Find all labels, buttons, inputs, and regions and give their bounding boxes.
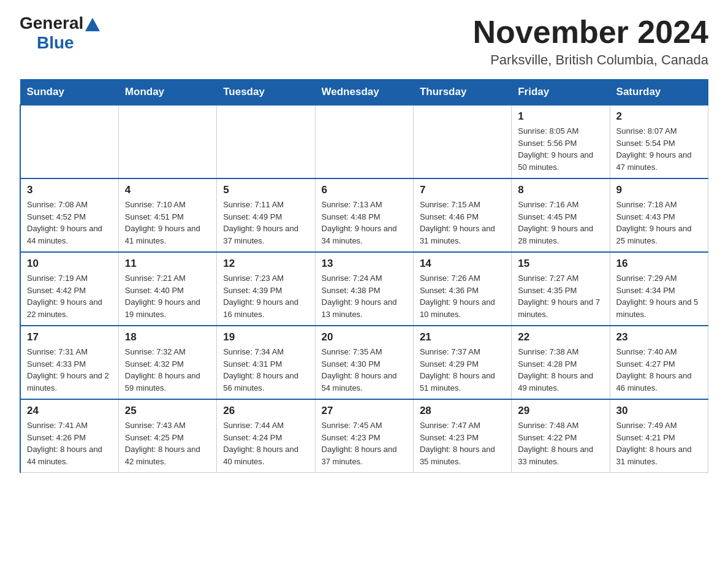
calendar-cell: 20Sunrise: 7:35 AM Sunset: 4:30 PM Dayli… [315, 326, 413, 399]
week-row-3: 10Sunrise: 7:19 AM Sunset: 4:42 PM Dayli… [20, 252, 708, 326]
week-row-5: 24Sunrise: 7:41 AM Sunset: 4:26 PM Dayli… [20, 399, 708, 473]
header-saturday: Saturday [610, 80, 708, 105]
week-row-2: 3Sunrise: 7:08 AM Sunset: 4:52 PM Daylig… [20, 178, 708, 252]
calendar-cell [315, 105, 413, 178]
calendar-cell: 14Sunrise: 7:26 AM Sunset: 4:36 PM Dayli… [413, 252, 511, 326]
calendar-cell: 18Sunrise: 7:32 AM Sunset: 4:32 PM Dayli… [118, 326, 216, 399]
day-info: Sunrise: 7:16 AM Sunset: 4:45 PM Dayligh… [518, 199, 603, 247]
logo: General Blue [20, 15, 100, 53]
day-number: 25 [125, 405, 210, 417]
day-number: 19 [223, 331, 308, 343]
day-info: Sunrise: 7:08 AM Sunset: 4:52 PM Dayligh… [27, 199, 112, 247]
day-number: 9 [616, 184, 702, 196]
day-info: Sunrise: 7:35 AM Sunset: 4:30 PM Dayligh… [322, 346, 407, 394]
calendar-cell: 22Sunrise: 7:38 AM Sunset: 4:28 PM Dayli… [512, 326, 610, 399]
day-number: 20 [322, 331, 407, 343]
day-number: 29 [518, 405, 603, 417]
day-info: Sunrise: 7:26 AM Sunset: 4:36 PM Dayligh… [420, 272, 505, 320]
day-number: 12 [223, 258, 308, 270]
calendar-cell: 4Sunrise: 7:10 AM Sunset: 4:51 PM Daylig… [118, 178, 216, 252]
calendar-cell: 28Sunrise: 7:47 AM Sunset: 4:23 PM Dayli… [413, 399, 511, 473]
calendar-cell: 11Sunrise: 7:21 AM Sunset: 4:40 PM Dayli… [118, 252, 216, 326]
calendar-cell: 9Sunrise: 7:18 AM Sunset: 4:43 PM Daylig… [610, 178, 708, 252]
calendar-cell: 21Sunrise: 7:37 AM Sunset: 4:29 PM Dayli… [413, 326, 511, 399]
day-number: 27 [322, 405, 407, 417]
calendar-cell: 29Sunrise: 7:48 AM Sunset: 4:22 PM Dayli… [512, 399, 610, 473]
calendar-header: SundayMondayTuesdayWednesdayThursdayFrid… [20, 80, 708, 105]
day-number: 17 [27, 331, 112, 343]
calendar-cell: 2Sunrise: 8:07 AM Sunset: 5:54 PM Daylig… [610, 105, 708, 178]
calendar-cell: 6Sunrise: 7:13 AM Sunset: 4:48 PM Daylig… [315, 178, 413, 252]
calendar-cell [217, 105, 315, 178]
day-info: Sunrise: 7:31 AM Sunset: 4:33 PM Dayligh… [27, 346, 112, 394]
day-number: 14 [420, 258, 505, 270]
day-info: Sunrise: 7:29 AM Sunset: 4:34 PM Dayligh… [616, 272, 702, 320]
week-row-1: 1Sunrise: 8:05 AM Sunset: 5:56 PM Daylig… [20, 105, 708, 178]
day-info: Sunrise: 7:32 AM Sunset: 4:32 PM Dayligh… [125, 346, 210, 394]
header-tuesday: Tuesday [217, 80, 315, 105]
header-monday: Monday [118, 80, 216, 105]
day-number: 8 [518, 184, 603, 196]
day-info: Sunrise: 7:49 AM Sunset: 4:21 PM Dayligh… [616, 419, 702, 467]
logo-triangle-icon [85, 18, 100, 31]
calendar-cell: 3Sunrise: 7:08 AM Sunset: 4:52 PM Daylig… [20, 178, 118, 252]
day-number: 6 [322, 184, 407, 196]
day-info: Sunrise: 7:11 AM Sunset: 4:49 PM Dayligh… [223, 199, 308, 247]
day-number: 23 [616, 331, 702, 343]
day-info: Sunrise: 7:41 AM Sunset: 4:26 PM Dayligh… [27, 419, 112, 467]
header-sunday: Sunday [20, 80, 118, 105]
calendar-cell: 7Sunrise: 7:15 AM Sunset: 4:46 PM Daylig… [413, 178, 511, 252]
day-number: 10 [27, 258, 112, 270]
day-info: Sunrise: 7:48 AM Sunset: 4:22 PM Dayligh… [518, 419, 603, 467]
day-info: Sunrise: 7:40 AM Sunset: 4:27 PM Dayligh… [616, 346, 702, 394]
day-info: Sunrise: 7:15 AM Sunset: 4:46 PM Dayligh… [420, 199, 505, 247]
calendar-cell: 10Sunrise: 7:19 AM Sunset: 4:42 PM Dayli… [20, 252, 118, 326]
calendar-cell: 30Sunrise: 7:49 AM Sunset: 4:21 PM Dayli… [610, 399, 708, 473]
calendar-cell: 26Sunrise: 7:44 AM Sunset: 4:24 PM Dayli… [217, 399, 315, 473]
day-number: 1 [518, 110, 603, 123]
calendar-cell: 13Sunrise: 7:24 AM Sunset: 4:38 PM Dayli… [315, 252, 413, 326]
day-number: 5 [223, 184, 308, 196]
day-info: Sunrise: 7:43 AM Sunset: 4:25 PM Dayligh… [125, 419, 210, 467]
calendar-cell: 23Sunrise: 7:40 AM Sunset: 4:27 PM Dayli… [610, 326, 708, 399]
day-number: 3 [27, 184, 112, 196]
calendar-cell: 25Sunrise: 7:43 AM Sunset: 4:25 PM Dayli… [118, 399, 216, 473]
calendar-subtitle: Parksville, British Columbia, Canada [473, 52, 708, 68]
day-info: Sunrise: 7:23 AM Sunset: 4:39 PM Dayligh… [223, 272, 308, 320]
day-info: Sunrise: 7:38 AM Sunset: 4:28 PM Dayligh… [518, 346, 603, 394]
calendar-cell: 17Sunrise: 7:31 AM Sunset: 4:33 PM Dayli… [20, 326, 118, 399]
day-info: Sunrise: 8:05 AM Sunset: 5:56 PM Dayligh… [518, 125, 603, 173]
day-info: Sunrise: 7:18 AM Sunset: 4:43 PM Dayligh… [616, 199, 702, 247]
calendar-body: 1Sunrise: 8:05 AM Sunset: 5:56 PM Daylig… [20, 105, 708, 473]
day-number: 21 [420, 331, 505, 343]
day-number: 22 [518, 331, 603, 343]
day-number: 26 [223, 405, 308, 417]
day-info: Sunrise: 7:21 AM Sunset: 4:40 PM Dayligh… [125, 272, 210, 320]
calendar-cell: 27Sunrise: 7:45 AM Sunset: 4:23 PM Dayli… [315, 399, 413, 473]
day-number: 16 [616, 258, 702, 270]
day-info: Sunrise: 7:24 AM Sunset: 4:38 PM Dayligh… [322, 272, 407, 320]
day-info: Sunrise: 7:10 AM Sunset: 4:51 PM Dayligh… [125, 199, 210, 247]
calendar-cell: 24Sunrise: 7:41 AM Sunset: 4:26 PM Dayli… [20, 399, 118, 473]
header-friday: Friday [512, 80, 610, 105]
calendar-cell: 1Sunrise: 8:05 AM Sunset: 5:56 PM Daylig… [512, 105, 610, 178]
day-number: 2 [616, 110, 702, 123]
calendar-title: November 2024 [473, 15, 708, 50]
header-thursday: Thursday [413, 80, 511, 105]
logo-general-text: General [20, 15, 83, 32]
day-number: 28 [420, 405, 505, 417]
calendar-cell: 12Sunrise: 7:23 AM Sunset: 4:39 PM Dayli… [217, 252, 315, 326]
calendar-cell: 15Sunrise: 7:27 AM Sunset: 4:35 PM Dayli… [512, 252, 610, 326]
day-info: Sunrise: 7:47 AM Sunset: 4:23 PM Dayligh… [420, 419, 505, 467]
day-info: Sunrise: 7:45 AM Sunset: 4:23 PM Dayligh… [322, 419, 407, 467]
calendar-cell [413, 105, 511, 178]
day-info: Sunrise: 7:44 AM Sunset: 4:24 PM Dayligh… [223, 419, 308, 467]
day-info: Sunrise: 7:19 AM Sunset: 4:42 PM Dayligh… [27, 272, 112, 320]
logo-blue-text: Blue [37, 33, 74, 53]
day-number: 4 [125, 184, 210, 196]
calendar-cell: 16Sunrise: 7:29 AM Sunset: 4:34 PM Dayli… [610, 252, 708, 326]
title-area: November 2024 Parksville, British Columb… [473, 15, 708, 68]
week-row-4: 17Sunrise: 7:31 AM Sunset: 4:33 PM Dayli… [20, 326, 708, 399]
day-number: 30 [616, 405, 702, 417]
day-number: 7 [420, 184, 505, 196]
